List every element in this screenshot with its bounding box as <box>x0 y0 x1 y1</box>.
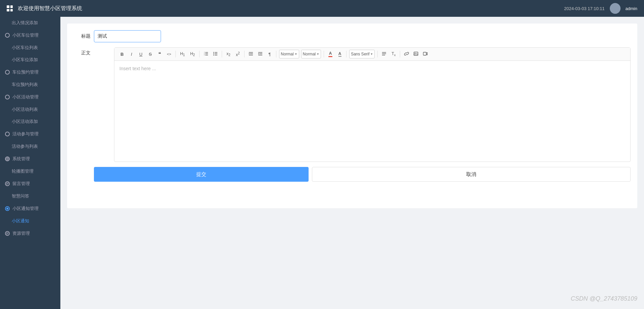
sidebar-item-parking-list[interactable]: 小区车位列表 <box>0 42 60 54</box>
header-title: 欢迎使用智慧小区管理系统 <box>18 5 82 12</box>
sidebar-group-participation: 活动参与管理 活动参与列表 <box>0 128 60 152</box>
sidebar-group-system: 系统管理 轮播图管理 <box>0 152 60 177</box>
font-color-button[interactable]: A <box>326 50 335 58</box>
normal-select-1[interactable]: Normal ▼ <box>279 50 299 58</box>
submit-button[interactable]: 提交 <box>94 167 309 182</box>
svg-point-22 <box>213 53 214 54</box>
group-dot-activity <box>5 95 10 99</box>
sidebar-group-header-parking[interactable]: 小区车位管理 <box>0 29 60 42</box>
sidebar-group-reservation: 车位预约管理 车位预约列表 <box>0 66 60 91</box>
italic-icon: I <box>131 52 132 57</box>
font-family-select[interactable]: Sans Serif ▼ <box>349 50 375 58</box>
svg-marker-27 <box>249 53 250 54</box>
editor-wrapper: B I U S ❝ <> H1 H2 <box>114 47 631 162</box>
toolbar-sep-4 <box>244 51 245 57</box>
h2-icon: H2 <box>190 51 195 57</box>
strikethrough-button[interactable]: S <box>146 50 155 58</box>
editor-container: B I U S ❝ <> H1 H2 <box>94 47 631 162</box>
group-dot-system <box>5 157 10 161</box>
sidebar-item-carousel[interactable]: 轮播图管理 <box>0 165 60 177</box>
align-button[interactable] <box>380 50 388 58</box>
group-dot-parking <box>5 33 10 38</box>
ol-button[interactable]: 123 <box>202 50 210 58</box>
indent-decrease-icon <box>249 51 253 57</box>
sidebar-item-activity-list[interactable]: 小区活动列表 <box>0 103 60 116</box>
clear-format-button[interactable]: Tx <box>389 50 398 58</box>
italic-button[interactable]: I <box>127 50 136 58</box>
avatar <box>610 3 621 14</box>
toolbar-sep-9 <box>400 51 400 57</box>
font-family-label: Sans Serif <box>351 52 369 56</box>
group-dot-resource <box>5 231 10 236</box>
link-button[interactable] <box>402 50 411 58</box>
highlight-color-icon: A <box>338 51 341 57</box>
strikethrough-icon: S <box>149 52 152 57</box>
code-button[interactable]: <> <box>165 50 173 58</box>
title-label: 标题 <box>74 33 94 39</box>
sidebar-group-header-system[interactable]: 系统管理 <box>0 152 60 165</box>
blockquote-button[interactable]: ❝ <box>155 50 164 58</box>
sidebar-group-header-message[interactable]: 留言管理 <box>0 177 60 190</box>
video-button[interactable] <box>421 50 430 58</box>
image-button[interactable] <box>412 50 420 58</box>
sidebar-item-reservation-list[interactable]: 车位预约列表 <box>0 79 60 91</box>
group-dot-reservation <box>5 70 10 75</box>
sidebar-item-participation-list[interactable]: 活动参与列表 <box>0 140 60 152</box>
indent-decrease-button[interactable] <box>247 50 255 58</box>
layout: 出入情况添加 小区车位管理 小区车位列表 小区车位添加 车位预约管理 车位预约列… <box>0 17 644 309</box>
underline-icon: U <box>139 52 142 57</box>
header-left: 欢迎使用智慧小区管理系统 <box>7 5 82 12</box>
svg-point-1 <box>611 10 619 14</box>
sidebar-item-notification[interactable]: 小区通知 <box>0 215 60 227</box>
content-label: 正文 <box>74 47 94 56</box>
sidebar-group-header-participation[interactable]: 活动参与管理 <box>0 128 60 140</box>
sidebar-group-label-system: 系统管理 <box>12 156 30 162</box>
sidebar-group-header-resource[interactable]: 资源管理 <box>0 227 60 240</box>
sidebar-item-entry-add[interactable]: 出入情况添加 <box>0 17 60 29</box>
ol-icon: 123 <box>204 51 208 57</box>
normal-select-2[interactable]: Normal ▼ <box>301 50 321 58</box>
cancel-button[interactable]: 取消 <box>312 167 631 182</box>
normal-select-2-label: Normal <box>303 52 316 56</box>
toolbar-sep-2 <box>199 51 200 57</box>
blockquote-icon: ❝ <box>158 51 161 57</box>
sidebar-group-label-resource: 资源管理 <box>12 230 30 236</box>
paragraph-button[interactable]: ¶ <box>265 50 274 58</box>
sidebar-group-header-notification[interactable]: 小区通知管理 <box>0 202 60 215</box>
superscript-button[interactable]: x2 <box>233 50 242 58</box>
sidebar-group-label-participation: 活动参与管理 <box>12 131 39 137</box>
svg-marker-31 <box>258 53 259 54</box>
h2-button[interactable]: H2 <box>188 50 197 58</box>
sidebar-item-parking-add[interactable]: 小区车位添加 <box>0 54 60 66</box>
toolbar-sep-1 <box>175 51 176 57</box>
sidebar: 出入情况添加 小区车位管理 小区车位列表 小区车位添加 车位预约管理 车位预约列… <box>0 17 60 309</box>
svg-point-21 <box>213 52 214 52</box>
grid-icon[interactable] <box>7 5 13 11</box>
editor-body[interactable]: Insert text here ... <box>114 61 630 162</box>
toolbar-sep-3 <box>222 51 222 57</box>
ul-button[interactable] <box>211 50 220 58</box>
h1-icon: H1 <box>180 51 185 57</box>
underline-button[interactable]: U <box>137 50 145 58</box>
sidebar-group-header-activity[interactable]: 小区活动管理 <box>0 91 60 103</box>
normal-select-1-arrow: ▼ <box>294 52 298 56</box>
indent-increase-button[interactable] <box>256 50 265 58</box>
subscript-button[interactable]: x2 <box>224 50 233 58</box>
editor-toolbar: B I U S ❝ <> H1 H2 <box>114 48 630 61</box>
video-icon <box>423 51 428 57</box>
sidebar-group-label-message: 留言管理 <box>12 181 30 187</box>
title-input[interactable] <box>94 30 161 42</box>
group-dot-participation <box>5 132 10 136</box>
font-color-icon: A <box>328 51 332 57</box>
sidebar-item-qa[interactable]: 智慧问答 <box>0 190 60 202</box>
highlight-color-button[interactable]: A <box>335 50 344 58</box>
sidebar-group-header-reservation[interactable]: 车位预约管理 <box>0 66 60 79</box>
header-datetime: 2024-03-03 17:10:11 <box>564 6 605 11</box>
sidebar-item-activity-add[interactable]: 小区活动添加 <box>0 116 60 128</box>
superscript-icon: x2 <box>236 51 240 57</box>
sidebar-group-message: 留言管理 智慧问答 <box>0 177 60 202</box>
svg-marker-38 <box>426 52 427 55</box>
align-icon <box>382 51 386 57</box>
h1-button[interactable]: H1 <box>178 50 187 58</box>
bold-button[interactable]: B <box>118 50 126 58</box>
